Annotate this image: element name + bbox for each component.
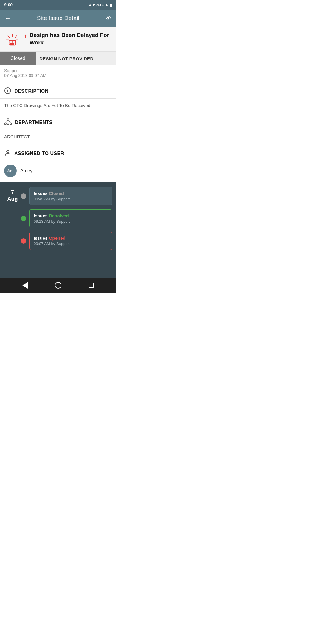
status-badge: Closed: [0, 52, 36, 65]
svg-point-14: [7, 123, 9, 125]
svg-point-13: [10, 123, 12, 125]
nav-recent-button[interactable]: [89, 283, 94, 288]
departments-header: DEPARTMENTS: [0, 114, 116, 130]
alarm-icon: !: [4, 32, 20, 48]
wifi-icon: ▲: [88, 3, 92, 7]
battery-icon: ▮: [110, 2, 112, 7]
page-title: Site Issue Detail: [37, 15, 79, 21]
assigned-user-row: Am Amey: [0, 161, 116, 182]
card-closed-meta: 09:45 AM by Support: [34, 197, 108, 201]
timeline-section: 7 Aug Issues Closed 09:45 AM by Support: [0, 182, 116, 278]
timeline-date: 7 Aug: [4, 187, 21, 254]
meta-info: Support 07 Aug 2019 09:07 AM: [0, 65, 116, 83]
issue-header: ! ↑ Design has Been Delayed For Work: [0, 27, 116, 51]
card-resolved-meta: 09:13 AM by Support: [34, 219, 108, 224]
svg-line-16: [8, 120, 11, 123]
bottom-nav: [0, 278, 116, 293]
timeline-item-closed: Issues Closed 09:45 AM by Support: [29, 187, 112, 205]
signal-icon: ▲: [105, 3, 109, 7]
app-bar: ← Site Issue Detail 👁: [0, 10, 116, 27]
info-icon: [4, 87, 11, 95]
departments-title: DEPARTMENTS: [15, 120, 52, 125]
departments-icon: [4, 118, 12, 127]
timeline-dot-opened: [21, 238, 26, 244]
svg-text:!: !: [12, 41, 13, 44]
description-section: DESCRIPTION The GFC Drawings Are Yet To …: [0, 83, 116, 114]
status-bar: 9:00 ▲ HDLTE ▲ ▮: [0, 0, 116, 10]
back-triangle-icon: [22, 282, 28, 289]
user-icon: [4, 149, 11, 158]
network-type: HDLTE: [93, 3, 104, 7]
issue-title: Design has Been Delayed For Work: [30, 32, 112, 46]
svg-line-4: [8, 36, 10, 37]
assigned-by: Support: [4, 68, 112, 73]
recent-square-icon: [89, 283, 94, 288]
timeline-dot-resolved: [21, 216, 26, 221]
card-resolved-title: Issues Resolved: [34, 213, 108, 218]
assigned-user-title: ASSIGNED TO USER: [14, 151, 64, 156]
home-circle-icon: [55, 282, 61, 289]
timeline-item-resolved: Issues Resolved 09:13 AM by Support: [29, 209, 112, 227]
status-time: 9:00: [4, 2, 13, 7]
assigned-user-header: ASSIGNED TO USER: [0, 145, 116, 161]
timeline-item-opened: Issues Opened 09:07 AM by Support: [29, 232, 112, 250]
status-icons: ▲ HDLTE ▲ ▮: [88, 2, 112, 7]
eye-button[interactable]: 👁: [106, 15, 112, 22]
status-row: Closed DESIGN NOT PROVIDED: [0, 51, 116, 65]
svg-point-10: [7, 89, 8, 89]
description-header: DESCRIPTION: [0, 83, 116, 98]
svg-point-18: [7, 150, 9, 153]
timeline-card-resolved: Issues Resolved 09:13 AM by Support: [29, 209, 112, 227]
description-content: The GFC Drawings Are Yet To Be Received: [0, 99, 116, 114]
svg-point-12: [4, 123, 6, 125]
svg-line-5: [15, 36, 17, 37]
priority-up-arrow: ↑: [24, 32, 27, 40]
issue-title-block: ↑ Design has Been Delayed For Work: [24, 32, 112, 46]
timeline-date-col: 7 Aug Issues Closed 09:45 AM by Support: [4, 187, 112, 254]
nav-home-button[interactable]: [55, 282, 61, 289]
back-button[interactable]: ←: [5, 15, 11, 22]
timeline-card-closed: Issues Closed 09:45 AM by Support: [29, 187, 112, 205]
timeline-card-opened: Issues Opened 09:07 AM by Support: [29, 232, 112, 250]
issue-datetime: 07 Aug 2019 09:07 AM: [4, 73, 112, 78]
nav-back-button[interactable]: [22, 282, 28, 289]
departments-section: DEPARTMENTS ARCHITECT: [0, 114, 116, 145]
card-opened-meta: 09:07 AM by Support: [34, 242, 108, 246]
description-title: DESCRIPTION: [14, 89, 49, 94]
svg-point-11: [7, 119, 9, 120]
svg-line-15: [5, 120, 8, 123]
card-opened-title: Issues Opened: [34, 236, 108, 241]
avatar: Am: [4, 165, 17, 177]
issue-type: DESIGN NOT PROVIDED: [36, 52, 116, 65]
timeline-items: Issues Closed 09:45 AM by Support Issues…: [21, 187, 112, 254]
departments-content: ARCHITECT: [0, 130, 116, 145]
assigned-user-section: ASSIGNED TO USER Am Amey: [0, 145, 116, 182]
timeline-dot-closed: [21, 193, 26, 199]
card-closed-title: Issues Closed: [34, 191, 108, 196]
assigned-name: Amey: [20, 168, 32, 174]
